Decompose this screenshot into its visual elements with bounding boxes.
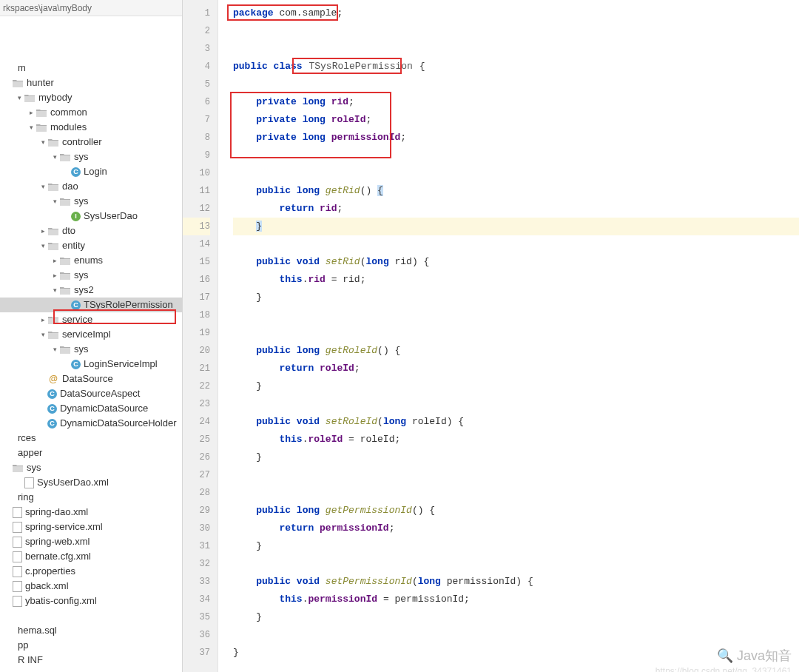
code-line[interactable]: } [233, 218, 799, 235]
code-line[interactable]: } [233, 377, 799, 395]
code-line[interactable]: return rid; [233, 200, 799, 218]
tree-item[interactable]: ▸ [0, 608, 182, 623]
code-line[interactable]: public void setRoleId(long roleId) { [233, 413, 799, 431]
code-line[interactable]: public void setRid(long rid) { [233, 253, 799, 271]
tree-item[interactable]: ▸service [0, 312, 182, 327]
tree-item[interactable]: ▸apper [0, 446, 182, 460]
code-line[interactable]: public long getPermissionId() { [233, 502, 799, 520]
chevron-right-icon[interactable]: ▸ [38, 312, 47, 327]
code-line[interactable] [233, 626, 799, 644]
tree-item[interactable]: ▸hunter [0, 75, 182, 90]
tree-item[interactable]: ▾sys2 [0, 283, 182, 298]
code-line[interactable]: this.roleId = roleId; [233, 431, 799, 448]
chevron-down-icon[interactable]: ▾ [27, 120, 36, 135]
tree-item[interactable]: ▸CLogin [0, 164, 182, 179]
code-line[interactable]: return permissionId; [233, 520, 799, 537]
tree-item[interactable]: ▸spring-service.xml [0, 520, 182, 534]
chevron-right-icon[interactable]: ▸ [38, 224, 47, 238]
chevron-right-icon[interactable]: ▸ [27, 105, 36, 120]
code-line[interactable]: public class TSysRolePermission { [233, 58, 799, 75]
tree-item[interactable]: ▸ring [0, 490, 182, 505]
tree-item[interactable]: ▸sys [0, 460, 182, 475]
tree-item[interactable]: ▸@DataSource [0, 372, 182, 386]
chevron-down-icon[interactable]: ▾ [50, 194, 59, 209]
code-line[interactable] [233, 466, 799, 484]
tree-item[interactable]: ▸CDataSourceAspect [0, 386, 182, 401]
watermark-url: https://blog.csdn.net/qq_34371461 [655, 666, 792, 672]
code-line[interactable]: private long rid; [233, 93, 799, 111]
chevron-down-icon[interactable]: ▾ [15, 90, 24, 105]
code-area[interactable]: package com.sample; public class TSysRol… [218, 0, 799, 672]
tree-item[interactable]: ▸sys [0, 268, 182, 283]
code-line[interactable]: return roleId; [233, 360, 799, 377]
tree-item[interactable]: ▸bernate.cfg.xml [0, 549, 182, 564]
tree-item[interactable]: ▸ISysUserDao [0, 209, 182, 224]
tree-item[interactable]: ▸m [0, 61, 182, 75]
tree-item[interactable]: ▾controller [0, 135, 182, 149]
code-line[interactable] [233, 555, 799, 573]
tree-item[interactable]: ▾mybody [0, 90, 182, 105]
tree-item[interactable]: ▸CLoginServiceImpl [0, 357, 182, 372]
code-line[interactable] [233, 147, 799, 164]
chevron-right-icon[interactable]: ▸ [50, 253, 59, 268]
project-tree[interactable]: ▸m▸hunter▾mybody▸common▾modules▾controll… [0, 16, 182, 668]
code-line[interactable]: package com.sample; [233, 4, 799, 22]
code-line[interactable]: this.permissionId = permissionId; [233, 591, 799, 608]
tree-item[interactable]: ▾sys [0, 149, 182, 164]
code-line[interactable] [233, 164, 799, 182]
code-line[interactable]: private long permissionId; [233, 129, 799, 147]
line-number: 35 [183, 608, 210, 626]
code-line[interactable] [233, 306, 799, 324]
code-line[interactable]: public void setPermissionId(long permiss… [233, 573, 799, 591]
code-line[interactable] [233, 22, 799, 40]
tree-item[interactable]: ▾modules [0, 120, 182, 135]
code-line[interactable] [233, 75, 799, 93]
code-line[interactable]: } [233, 448, 799, 466]
code-editor[interactable]: 1234567891011121314151617181920212223242… [183, 0, 799, 672]
code-line[interactable]: public long getRid() { [233, 182, 799, 200]
chevron-right-icon[interactable]: ▸ [50, 268, 59, 283]
line-number: 6 [183, 93, 210, 111]
chevron-down-icon[interactable]: ▾ [50, 283, 59, 298]
tree-item[interactable]: ▸hema.sql [0, 623, 182, 638]
tree-item[interactable]: ▾serviceImpl [0, 327, 182, 342]
chevron-down-icon[interactable]: ▾ [38, 238, 47, 253]
tree-item[interactable]: ▸R INF [0, 653, 182, 668]
tree-item[interactable]: ▸spring-web.xml [0, 534, 182, 549]
tree-item[interactable]: ▸c.properties [0, 564, 182, 579]
tree-item[interactable]: ▸CDynamicDataSourceHolder [0, 416, 182, 431]
tree-item[interactable]: ▸ybatis-config.xml [0, 594, 182, 608]
tree-item[interactable]: ▸rces [0, 431, 182, 446]
code-line[interactable]: } [233, 537, 799, 555]
code-line[interactable]: this.rid = rid; [233, 271, 799, 289]
annotation-icon: @ [47, 373, 59, 385]
code-line[interactable]: private long roleId; [233, 111, 799, 129]
tree-item[interactable]: ▸enums [0, 253, 182, 268]
tree-item[interactable]: ▸CTSysRolePermission [0, 298, 182, 312]
chevron-down-icon[interactable]: ▾ [38, 179, 47, 194]
tree-item[interactable]: ▸pp [0, 638, 182, 653]
code-line[interactable] [233, 395, 799, 413]
code-line[interactable]: public long getRoleId() { [233, 342, 799, 360]
tree-item[interactable]: ▾sys [0, 342, 182, 357]
tree-item[interactable]: ▸common [0, 105, 182, 120]
code-line[interactable]: } [233, 289, 799, 306]
tree-item[interactable]: ▾sys [0, 194, 182, 209]
tree-item[interactable]: ▸spring-dao.xml [0, 505, 182, 520]
code-line[interactable] [233, 324, 799, 342]
tree-item[interactable]: ▾dao [0, 179, 182, 194]
tree-item[interactable]: ▾entity [0, 238, 182, 253]
chevron-down-icon[interactable]: ▾ [50, 342, 59, 357]
chevron-down-icon[interactable]: ▾ [50, 149, 59, 164]
tree-item[interactable]: ▸CDynamicDataSource [0, 401, 182, 416]
tree-item[interactable]: ▸SysUserDao.xml [0, 475, 182, 490]
tree-item[interactable]: ▸gback.xml [0, 579, 182, 594]
code-line[interactable]: } [233, 644, 799, 662]
chevron-down-icon[interactable]: ▾ [38, 135, 47, 149]
code-line[interactable] [233, 40, 799, 58]
tree-item[interactable]: ▸dto [0, 224, 182, 238]
code-line[interactable] [233, 235, 799, 253]
code-line[interactable]: } [233, 608, 799, 626]
chevron-down-icon[interactable]: ▾ [38, 327, 47, 342]
code-line[interactable] [233, 484, 799, 502]
